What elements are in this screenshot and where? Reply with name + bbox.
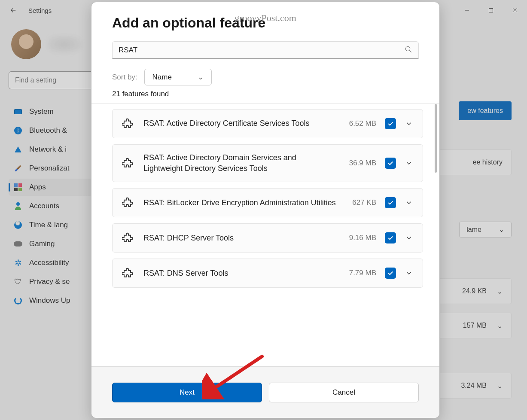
sidebar-item-label: Accessibility (29, 259, 69, 267)
sidebar-item-label: Gaming (29, 240, 55, 248)
sort-by-label: Sort by: (112, 73, 137, 82)
sort-value: Name (152, 73, 172, 82)
view-features-button[interactable]: ew features (459, 101, 512, 120)
dialog-footer: Next Cancel (91, 366, 439, 418)
svg-rect-0 (489, 9, 493, 12)
bg-feature-row[interactable]: 157 MB⌄ (430, 313, 512, 338)
sidebar-item-label: Privacy & se (29, 277, 70, 286)
feature-checkbox[interactable] (385, 118, 396, 129)
sidebar-item-label: Personalizat (29, 164, 70, 173)
sidebar-item-label: Windows Up (29, 296, 70, 305)
chevron-down-icon[interactable] (405, 234, 413, 242)
feature-checkbox[interactable] (385, 268, 396, 279)
chevron-down-icon[interactable] (405, 269, 413, 277)
bg-feature-row[interactable]: 3.24 MB⌄ (430, 373, 512, 399)
sidebar-item-label: Apps (29, 183, 46, 192)
scrollbar[interactable] (435, 104, 437, 173)
sidebar-item-accounts[interactable]: Accounts (9, 198, 94, 215)
window-title: Settings (28, 7, 52, 14)
bg-feature-row[interactable]: 24.9 KB⌄ (430, 278, 512, 304)
feature-search-input[interactable] (119, 46, 405, 55)
apps-icon (14, 183, 22, 192)
chevron-down-icon: ⌄ (499, 225, 504, 234)
next-button[interactable]: Next (112, 383, 262, 402)
wifi-icon (14, 145, 22, 154)
sidebar-item-label: Bluetooth & (29, 126, 67, 135)
accessibility-icon: ✲ (14, 259, 22, 267)
person-icon (14, 202, 22, 210)
sidebar-search-input[interactable] (15, 76, 88, 84)
features-found-text: 21 features found (112, 90, 419, 98)
feature-checkbox[interactable] (385, 158, 396, 169)
add-optional-feature-dialog: groovyPost.com Add an optional feature S… (91, 2, 440, 418)
sort-by-select[interactable]: Name ⌄ (144, 69, 212, 85)
chevron-down-icon: ⌄ (497, 322, 503, 330)
feature-item[interactable]: RSAT: BitLocker Drive Encryption Adminis… (112, 188, 423, 217)
update-icon (14, 296, 22, 305)
back-button[interactable] (9, 6, 18, 15)
gamepad-icon (14, 240, 22, 248)
sidebar-item-label: Network & i (29, 145, 67, 154)
user-name-blurred (47, 36, 82, 53)
system-icon (14, 107, 22, 116)
sidebar-item-label: System (29, 107, 54, 116)
search-icon (405, 46, 412, 55)
maximize-button[interactable] (479, 2, 503, 19)
feature-checkbox[interactable] (385, 232, 396, 243)
bg-sort-select[interactable]: lame⌄ (459, 222, 512, 237)
sidebar-item-personalization[interactable]: Personalizat (9, 160, 94, 177)
sidebar-item-system[interactable]: System (9, 103, 94, 120)
puzzle-icon (122, 157, 135, 170)
feature-size: 9.16 MB (349, 234, 376, 242)
sidebar-item-apps[interactable]: Apps (9, 179, 94, 196)
sidebar-item-windows-update[interactable]: Windows Up (9, 292, 94, 309)
puzzle-icon (122, 231, 135, 244)
clock-icon (14, 221, 22, 229)
sidebar-item-time[interactable]: Time & lang (9, 216, 94, 234)
sidebar-item-bluetooth[interactable]: ᛒBluetooth & (9, 122, 94, 139)
shield-icon: 🛡 (14, 277, 22, 286)
chevron-down-icon: ⌄ (497, 382, 503, 390)
sidebar-item-label: Time & lang (29, 221, 68, 229)
feature-name: RSAT: Active Directory Certificate Servi… (143, 118, 341, 129)
minimize-button[interactable] (455, 2, 479, 19)
feature-search-box[interactable] (112, 41, 419, 59)
feature-size: 7.79 MB (349, 269, 376, 277)
chevron-down-icon[interactable] (405, 199, 413, 207)
feature-item[interactable]: RSAT: DHCP Server Tools 9.16 MB (112, 223, 423, 253)
close-button[interactable] (503, 2, 527, 19)
feature-item[interactable]: RSAT: DNS Server Tools 7.79 MB (112, 259, 423, 288)
chevron-down-icon[interactable] (405, 159, 413, 167)
bluetooth-icon: ᛒ (14, 126, 22, 135)
chevron-down-icon[interactable] (405, 120, 413, 128)
feature-name: RSAT: DHCP Server Tools (143, 233, 341, 243)
cancel-button[interactable]: Cancel (269, 383, 419, 402)
feature-list[interactable]: RSAT: Active Directory Certificate Servi… (91, 103, 439, 366)
feature-name: RSAT: Active Directory Domain Services a… (143, 152, 341, 174)
feature-size: 6.52 MB (349, 119, 376, 128)
feature-checkbox[interactable] (385, 197, 396, 208)
puzzle-icon (122, 267, 135, 280)
sidebar-item-label: Accounts (29, 202, 59, 210)
feature-item[interactable]: RSAT: Active Directory Domain Services a… (112, 144, 423, 182)
feature-size: 36.9 MB (349, 159, 376, 167)
puzzle-icon (122, 117, 135, 130)
feature-size: 627 KB (352, 198, 376, 207)
puzzle-icon (122, 196, 135, 209)
see-history-row[interactable]: ee history (439, 149, 512, 175)
dialog-title: Add an optional feature (112, 15, 419, 31)
feature-name: RSAT: BitLocker Drive Encryption Adminis… (143, 198, 344, 208)
sidebar-item-network[interactable]: Network & i (9, 141, 94, 158)
bg-sort: lame⌄ (459, 222, 512, 237)
sidebar-item-accessibility[interactable]: ✲Accessibility (9, 254, 94, 271)
feature-item[interactable]: RSAT: Active Directory Certificate Servi… (112, 109, 423, 138)
sidebar-item-gaming[interactable]: Gaming (9, 235, 94, 253)
user-avatar[interactable] (11, 29, 41, 59)
brush-icon (14, 164, 22, 173)
settings-sidebar: System ᛒBluetooth & Network & i Personal… (4, 21, 99, 420)
feature-name: RSAT: DNS Server Tools (143, 268, 341, 279)
chevron-down-icon: ⌄ (497, 287, 503, 295)
sidebar-item-privacy[interactable]: 🛡Privacy & se (9, 273, 94, 290)
svg-point-1 (405, 46, 410, 51)
sidebar-search[interactable] (9, 71, 94, 89)
